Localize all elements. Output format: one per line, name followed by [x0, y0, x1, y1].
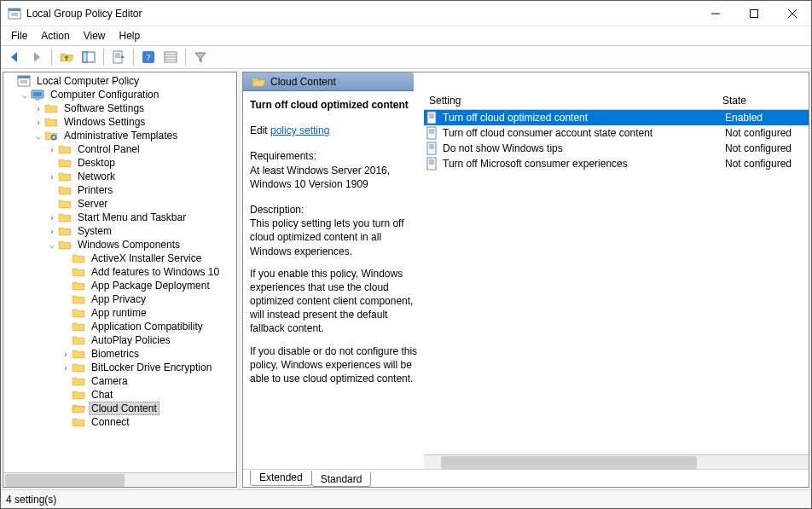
list-row[interactable]: Turn off cloud consumer account state co… [424, 125, 809, 141]
tree-network[interactable]: Network [75, 171, 118, 182]
tree-h-scrollbar[interactable] [3, 472, 236, 487]
edit-policy-link[interactable]: policy setting [270, 124, 329, 136]
tree-windows-components[interactable]: Windows Components [75, 239, 183, 251]
show-hide-tree-button[interactable] [78, 48, 99, 67]
policy-icon [426, 111, 439, 124]
tree-pane: ▾Local Computer Policy ⌵Computer Configu… [3, 72, 237, 488]
tab-extended[interactable]: Extended [250, 471, 312, 486]
forward-button[interactable] [26, 48, 47, 67]
list-h-scrollbar[interactable] [424, 454, 809, 469]
up-folder-button[interactable] [56, 48, 77, 67]
folder-icon [72, 279, 85, 292]
expander-icon[interactable]: ⌵ [46, 240, 58, 250]
tab-strip: Extended Standard [243, 469, 809, 487]
back-button[interactable] [4, 48, 25, 67]
computer-icon [31, 88, 44, 101]
list-header: Setting State [424, 91, 809, 110]
maximize-button[interactable] [734, 1, 773, 26]
folder-open-icon [252, 75, 265, 89]
col-header-state[interactable]: State [719, 95, 809, 107]
tree-root[interactable]: Local Computer Policy [34, 75, 142, 87]
tree-start-taskbar[interactable]: Start Menu and Taskbar [75, 211, 188, 223]
toolbar: ? [1, 45, 811, 69]
tree-printers[interactable]: Printers [75, 184, 115, 196]
list-row[interactable]: Do not show Windows tipsNot configured [424, 141, 809, 156]
list-row-state: Not configured [722, 142, 807, 154]
description-p1: This policy setting lets you turn off cl… [250, 217, 419, 258]
tree-camera[interactable]: Camera [89, 375, 130, 387]
tree-software-settings[interactable]: Software Settings [61, 102, 147, 114]
description-p2: If you enable this policy, Windows exper… [250, 267, 419, 336]
folder-icon [58, 197, 72, 211]
titlebar: Local Group Policy Editor [1, 1, 811, 26]
list-row-label: Do not show Windows tips [443, 142, 722, 154]
list-row[interactable]: Turn off Microsoft consumer experiencesN… [424, 156, 809, 171]
tree-app-compat[interactable]: Application Compatibility [89, 321, 206, 333]
tree-desktop[interactable]: Desktop [75, 157, 118, 169]
expander-icon[interactable]: › [32, 104, 44, 113]
tree-app-package[interactable]: App Package Deployment [89, 280, 212, 292]
tree-system[interactable]: System [75, 225, 114, 237]
filter-button[interactable] [190, 48, 211, 67]
expander-icon[interactable]: › [46, 213, 58, 223]
status-text: 4 setting(s) [6, 494, 56, 506]
folder-icon [72, 320, 85, 333]
setting-title: Turn off cloud optimized content [250, 98, 419, 112]
tree-app-runtime[interactable]: App runtime [89, 307, 149, 319]
expander-icon[interactable]: › [60, 363, 72, 373]
tree-connect[interactable]: Connect [89, 416, 132, 428]
col-header-setting[interactable]: Setting [424, 95, 719, 107]
help-button[interactable]: ? [138, 48, 159, 67]
tree-server[interactable]: Server [75, 198, 110, 210]
list-row-label: Turn off cloud optimized content [443, 112, 722, 124]
requirements-text-2: Windows 10 Version 1909 [250, 177, 419, 191]
folder-icon [72, 388, 85, 402]
policy-icon [426, 157, 439, 171]
tab-standard[interactable]: Standard [311, 472, 372, 487]
tree-control-panel[interactable]: Control Panel [75, 143, 142, 155]
right-pane: Cloud Content Turn off cloud optimized c… [242, 72, 809, 488]
menu-action[interactable]: Action [34, 28, 76, 43]
expander-icon[interactable]: ⌵ [19, 90, 31, 100]
expander-icon[interactable]: › [60, 350, 72, 359]
list-row-label: Turn off Microsoft consumer experiences [443, 158, 722, 170]
tree-activex[interactable]: ActiveX Installer Service [89, 252, 204, 264]
expander-icon[interactable]: › [32, 118, 44, 127]
menu-view[interactable]: View [77, 28, 113, 43]
minimize-button[interactable] [696, 1, 734, 26]
tree-autoplay[interactable]: AutoPlay Policies [89, 334, 173, 346]
menu-help[interactable]: Help [113, 28, 148, 43]
folder-icon [72, 252, 85, 265]
tree-cloud-content[interactable]: Cloud Content [89, 402, 160, 415]
folder-icon [72, 265, 85, 279]
admin-templates-icon [44, 129, 58, 142]
tree-app-privacy[interactable]: App Privacy [89, 293, 148, 305]
tree-add-features[interactable]: Add features to Windows 10 [89, 266, 222, 278]
tree-windows-settings[interactable]: Windows Settings [61, 116, 148, 128]
policy-icon [426, 126, 439, 140]
expander-icon[interactable]: ⌵ [32, 131, 44, 141]
export-list-button[interactable] [108, 48, 129, 67]
svg-text:?: ? [147, 52, 151, 62]
expander-icon[interactable]: › [46, 227, 58, 236]
folder-icon [58, 156, 72, 170]
description-p3: If you disable or do not configure this … [250, 344, 419, 386]
menu-file[interactable]: File [4, 28, 34, 43]
folder-icon [72, 361, 85, 374]
tree-computer-configuration[interactable]: Computer Configuration [48, 89, 161, 101]
folder-icon [72, 333, 85, 347]
folder-icon [58, 224, 72, 238]
content-header: Cloud Content [243, 72, 414, 91]
close-button[interactable] [773, 1, 811, 26]
tree-chat[interactable]: Chat [89, 389, 115, 401]
expander-icon[interactable]: › [46, 145, 58, 154]
expander-icon[interactable]: › [46, 172, 58, 182]
properties-button[interactable] [160, 48, 181, 67]
tree-biometrics[interactable]: Biometrics [89, 348, 142, 360]
description-label: Description: [250, 203, 419, 217]
tree-bitlocker[interactable]: BitLocker Drive Encryption [89, 362, 214, 373]
policy-tree[interactable]: ▾Local Computer Policy ⌵Computer Configu… [3, 74, 236, 429]
tree-admin-templates[interactable]: Administrative Templates [61, 130, 180, 142]
splitter[interactable] [238, 70, 241, 489]
list-row[interactable]: Turn off cloud optimized contentEnabled [424, 110, 809, 125]
